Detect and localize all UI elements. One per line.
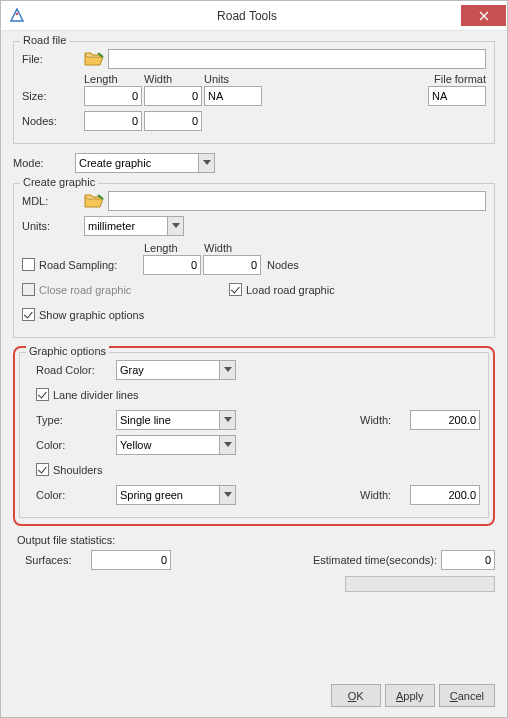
close-button[interactable] xyxy=(461,5,506,26)
size-width-input[interactable] xyxy=(144,86,202,106)
file-label: File: xyxy=(22,53,84,65)
shoulders-checkbox[interactable] xyxy=(36,463,49,476)
chevron-down-icon xyxy=(198,154,214,172)
chevron-down-icon xyxy=(219,486,235,504)
open-file-icon[interactable] xyxy=(84,50,104,68)
nodes-length-input[interactable] xyxy=(84,111,142,131)
shoulder-color-value xyxy=(116,485,236,505)
size-units-input[interactable] xyxy=(204,86,262,106)
size-length-input[interactable] xyxy=(84,86,142,106)
shoulder-color-select[interactable] xyxy=(116,485,236,505)
close-icon xyxy=(479,11,489,21)
open-mdl-icon[interactable] xyxy=(84,192,104,210)
ok-button[interactable]: OK xyxy=(331,684,381,707)
rs-length-input[interactable] xyxy=(143,255,201,275)
cg-hdr-width: Width xyxy=(204,242,264,254)
divider-color-select[interactable] xyxy=(116,435,236,455)
mode-select[interactable] xyxy=(75,153,215,173)
hdr-format: File format xyxy=(434,73,486,85)
chevron-down-icon xyxy=(219,361,235,379)
size-format-input[interactable] xyxy=(428,86,486,106)
nodes-label: Nodes: xyxy=(22,115,84,127)
progress-bar xyxy=(345,576,495,592)
chevron-down-icon xyxy=(219,411,235,429)
type-value xyxy=(116,410,236,430)
surfaces-label: Surfaces: xyxy=(25,554,91,566)
type-label: Type: xyxy=(36,414,116,426)
road-sampling-checkbox[interactable] xyxy=(22,258,35,271)
close-road-checkbox xyxy=(22,283,35,296)
apply-button[interactable]: Apply xyxy=(385,684,435,707)
cg-hdr-length: Length xyxy=(144,242,204,254)
create-graphic-legend: Create graphic xyxy=(20,176,98,188)
show-options-label: Show graphic options xyxy=(39,309,144,321)
hdr-width: Width xyxy=(144,73,204,85)
lane-divider-label: Lane divider lines xyxy=(53,389,139,401)
apply-label: Apply xyxy=(396,690,424,702)
est-input[interactable] xyxy=(441,550,495,570)
road-file-legend: Road file xyxy=(20,34,69,46)
rs-nodes-suffix: Nodes xyxy=(267,259,299,271)
est-label: Estimated time(seconds): xyxy=(313,554,437,566)
titlebar: Road Tools xyxy=(1,1,507,31)
mdl-input[interactable] xyxy=(108,191,486,211)
shoulder-color-label: Color: xyxy=(36,489,116,501)
ok-label: OK xyxy=(348,690,364,702)
load-road-checkbox[interactable] xyxy=(229,283,242,296)
nodes-width-input[interactable] xyxy=(144,111,202,131)
highlight-box: Graphic options Road Color: Lane divider… xyxy=(13,346,495,526)
load-road-label: Load road graphic xyxy=(246,284,335,296)
window: Road Tools Road file File: Length Width … xyxy=(0,0,508,718)
divider-color-value xyxy=(116,435,236,455)
road-color-value xyxy=(116,360,236,380)
road-color-select[interactable] xyxy=(116,360,236,380)
shoulder-width-label: Width: xyxy=(360,489,410,501)
button-row: OK Apply Cancel xyxy=(331,684,495,707)
lane-divider-checkbox[interactable] xyxy=(36,388,49,401)
rs-width-input[interactable] xyxy=(203,255,261,275)
cancel-button[interactable]: Cancel xyxy=(439,684,495,707)
hdr-units: Units xyxy=(204,73,264,85)
cg-units-select[interactable] xyxy=(84,216,184,236)
cg-units-label: Units: xyxy=(22,220,84,232)
divider-color-label: Color: xyxy=(36,439,116,451)
graphic-options-group: Graphic options Road Color: Lane divider… xyxy=(19,352,489,518)
hdr-length: Length xyxy=(84,73,144,85)
width-label: Width: xyxy=(360,414,410,426)
size-label: Size: xyxy=(22,90,84,102)
app-icon xyxy=(9,8,25,24)
create-graphic-group: Create graphic MDL: Units: Length Width xyxy=(13,183,495,338)
mode-value xyxy=(75,153,215,173)
chevron-down-icon xyxy=(167,217,183,235)
road-sampling-label: Road Sampling: xyxy=(39,259,143,271)
mdl-label: MDL: xyxy=(22,195,84,207)
chevron-down-icon xyxy=(219,436,235,454)
output-stats-label: Output file statistics: xyxy=(17,534,495,546)
road-file-group: Road file File: Length Width Units File … xyxy=(13,41,495,144)
road-color-label: Road Color: xyxy=(36,364,116,376)
shoulder-width-input[interactable] xyxy=(410,485,480,505)
show-options-checkbox[interactable] xyxy=(22,308,35,321)
width-input[interactable] xyxy=(410,410,480,430)
file-input[interactable] xyxy=(108,49,486,69)
dialog-body: Road file File: Length Width Units File … xyxy=(1,31,507,717)
close-road-label: Close road graphic xyxy=(39,284,229,296)
cancel-label: Cancel xyxy=(450,690,484,702)
graphic-options-legend: Graphic options xyxy=(26,345,109,357)
mode-label: Mode: xyxy=(13,157,75,169)
shoulders-label: Shoulders xyxy=(53,464,103,476)
surfaces-input[interactable] xyxy=(91,550,171,570)
window-title: Road Tools xyxy=(33,9,461,23)
svg-point-0 xyxy=(16,12,18,14)
type-select[interactable] xyxy=(116,410,236,430)
